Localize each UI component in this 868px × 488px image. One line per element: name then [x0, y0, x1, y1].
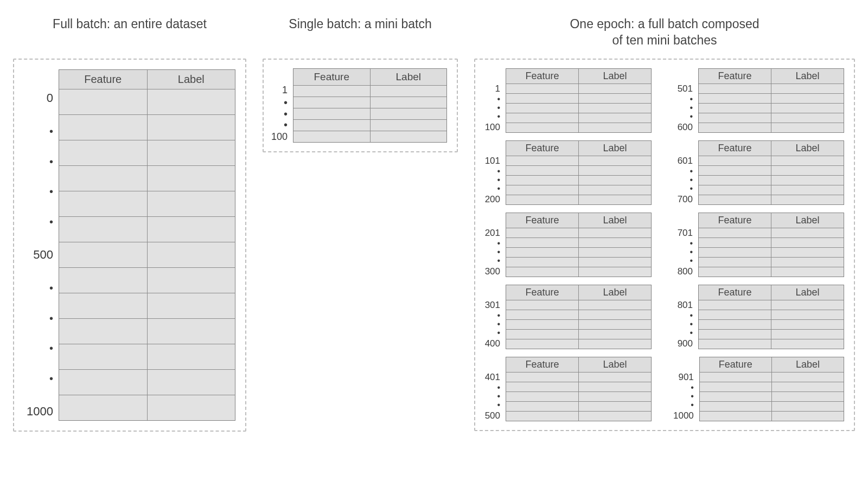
dot-icon: •: [673, 384, 694, 391]
index-end: 400: [481, 338, 500, 349]
table-row: [506, 248, 651, 258]
dot-icon: •: [481, 240, 500, 247]
index-start: 501: [673, 84, 693, 94]
index-start: 101: [481, 156, 500, 166]
mini-batch-card: 201•••300FeatureLabel: [481, 213, 652, 277]
table-row: [293, 131, 446, 142]
table-row: [699, 185, 844, 195]
table-header: FeatureLabel: [699, 141, 844, 156]
table-header: FeatureLabel: [699, 285, 844, 300]
table-row: [59, 344, 235, 370]
dot-icon: •: [673, 96, 693, 103]
table-header: Feature Label: [59, 70, 235, 89]
full-batch-box: 0 • • • • 500 • • • • 1000 Feature Label: [13, 59, 246, 432]
col-header-feature: Feature: [506, 357, 579, 372]
index-start: 701: [673, 228, 693, 239]
mini-batch-index-gutter: 901•••1000: [673, 357, 699, 421]
table-header: Feature Label: [293, 69, 446, 86]
dot-icon: •: [481, 168, 500, 175]
index-end: 800: [673, 266, 693, 277]
col-header-label: Label: [371, 69, 447, 85]
dot-icon: •: [481, 393, 500, 400]
col-header-feature: Feature: [506, 69, 579, 84]
mini-batch-index-gutter: 401•••500: [481, 357, 506, 421]
dot-icon: •: [481, 321, 500, 328]
table-row: [700, 412, 844, 421]
table-row: [700, 392, 844, 402]
table-row: [699, 320, 844, 330]
table-row: [293, 86, 446, 97]
table-row: [506, 339, 651, 349]
table-header: FeatureLabel: [506, 141, 651, 156]
table-row: [700, 373, 844, 382]
single-batch-box: 1 • • • 100 Feature Label: [263, 59, 458, 152]
dot-icon: •: [20, 344, 53, 352]
dot-icon: •: [269, 120, 288, 129]
index-start: 1: [269, 85, 288, 96]
epoch-box: 1•••100FeatureLabel501•••600FeatureLabel…: [474, 59, 855, 431]
table-row: [506, 94, 651, 104]
index-end: 500: [481, 410, 500, 421]
table-row: [506, 267, 651, 277]
table-row: [699, 94, 844, 104]
epoch-grid: 1•••100FeatureLabel501•••600FeatureLabel…: [481, 68, 844, 421]
table-header: FeatureLabel: [700, 357, 844, 373]
single-batch-card: 1 • • • 100 Feature Label: [269, 68, 447, 143]
index-tick: 500: [20, 248, 53, 262]
mini-batch-card: 1•••100FeatureLabel: [481, 68, 652, 133]
col-header-label: Label: [771, 285, 844, 300]
col-header-feature: Feature: [293, 69, 371, 85]
table-row: [506, 195, 651, 204]
mini-batch-card: 901•••1000FeatureLabel: [673, 357, 844, 421]
col-header-label: Label: [771, 213, 844, 228]
dot-icon: •: [481, 105, 500, 112]
table-row: [699, 176, 844, 185]
index-start: 301: [481, 300, 500, 311]
table-row: [506, 166, 651, 176]
table-row: [699, 310, 844, 320]
table-row: [506, 238, 651, 248]
dot-icon: •: [481, 330, 500, 337]
table-row: [699, 113, 844, 123]
dot-icon: •: [20, 187, 53, 196]
mini-batch-table: FeatureLabel: [698, 68, 844, 133]
table-row: [699, 104, 844, 113]
dot-icon: •: [673, 258, 693, 265]
single-batch-title: Single batch: a mini batch: [263, 16, 458, 51]
col-header-feature: Feature: [506, 141, 579, 156]
table-row: [59, 268, 235, 293]
col-header-feature: Feature: [506, 285, 579, 300]
index-end: 600: [673, 122, 693, 133]
mini-batch-card: 801•••900FeatureLabel: [673, 285, 844, 349]
table-row: [506, 412, 651, 421]
table-row: [699, 267, 844, 277]
table-row: [699, 248, 844, 258]
table-row: [506, 104, 651, 113]
col-header-feature: Feature: [699, 141, 771, 156]
table-row: [506, 373, 651, 382]
col-header-feature: Feature: [699, 69, 771, 84]
table-row: [506, 330, 651, 339]
mini-batch-table: FeatureLabel: [506, 140, 652, 205]
table-row: [59, 115, 235, 140]
dot-icon: •: [673, 402, 694, 409]
col-header-feature: Feature: [699, 285, 771, 300]
table-row: [293, 120, 446, 131]
table-row: [506, 185, 651, 195]
table-row: [506, 310, 651, 320]
table-header: FeatureLabel: [699, 213, 844, 228]
epoch-title: One epoch: a full batch composed of ten …: [474, 16, 855, 51]
mini-batch-table: FeatureLabel: [698, 213, 844, 277]
full-batch-table: Feature Label: [59, 69, 235, 421]
table-row: [506, 392, 651, 402]
full-batch-column: Full batch: an entire dataset 0 • • • • …: [13, 16, 246, 432]
dot-icon: •: [673, 393, 694, 400]
table-header: FeatureLabel: [506, 69, 651, 84]
col-header-label: Label: [579, 141, 651, 156]
table-row: [506, 320, 651, 330]
col-header-label: Label: [771, 69, 844, 84]
dot-icon: •: [20, 374, 53, 383]
dot-icon: •: [269, 98, 288, 107]
table-row: [506, 258, 651, 267]
dot-icon: •: [20, 314, 53, 323]
